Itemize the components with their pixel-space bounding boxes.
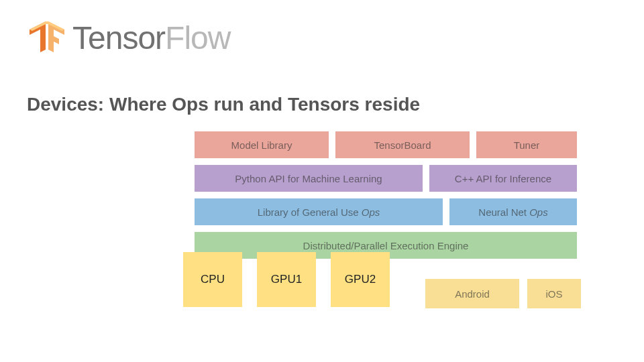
- text-neural-ops-prefix: Neural Net: [478, 206, 529, 218]
- platform-android: Android: [425, 279, 519, 308]
- box-tuner: Tuner: [476, 131, 577, 158]
- logo-word-tensor: Tensor: [72, 20, 165, 56]
- box-cpp-api: C++ API for Inference: [429, 165, 577, 192]
- row-apis: Python API for Machine Learning C++ API …: [195, 165, 577, 192]
- tensorflow-logo-icon: [27, 17, 67, 58]
- device-gpu2: GPU2: [331, 252, 390, 307]
- logo-text: TensorFlow: [72, 19, 230, 56]
- slide-title: Devices: Where Ops run and Tensors resid…: [27, 94, 420, 115]
- text-general-ops-prefix: Library of General Use: [258, 206, 362, 218]
- text-neural-ops-em: Ops: [529, 206, 548, 218]
- device-gpu1: GPU1: [257, 252, 316, 307]
- tensorflow-logo: TensorFlow: [27, 17, 230, 58]
- box-general-ops: Library of General Use Ops: [195, 198, 443, 225]
- box-tensorboard: TensorBoard: [335, 131, 470, 158]
- row-ops: Library of General Use Ops Neural Net Op…: [195, 198, 577, 225]
- row-apps: Model Library TensorBoard Tuner: [195, 131, 577, 158]
- devices-overlay: CPU GPU1 GPU2: [183, 252, 390, 307]
- box-python-api: Python API for Machine Learning: [195, 165, 423, 192]
- platforms-row: Android iOS: [425, 279, 581, 308]
- box-model-library: Model Library: [195, 131, 329, 158]
- device-cpu: CPU: [183, 252, 242, 307]
- svg-marker-2: [30, 21, 64, 31]
- text-general-ops-em: Ops: [362, 206, 380, 218]
- box-neural-ops: Neural Net Ops: [449, 198, 577, 225]
- platform-ios: iOS: [527, 279, 581, 308]
- logo-word-flow: Flow: [165, 20, 230, 56]
- architecture-stack: Model Library TensorBoard Tuner Python A…: [195, 131, 577, 265]
